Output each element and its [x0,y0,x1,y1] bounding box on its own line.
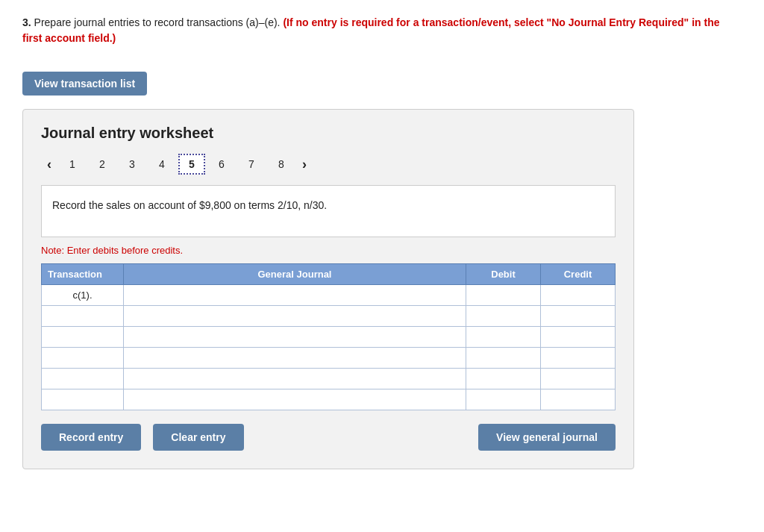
tab-next-arrow[interactable]: › [296,157,313,171]
transaction-description: Record the sales on account of $9,800 on… [41,185,616,237]
tab-7[interactable]: 7 [238,154,265,174]
cell-credit-1[interactable] [541,285,616,306]
record-entry-button[interactable]: Record entry [41,424,141,451]
tab-1[interactable]: 1 [59,154,86,174]
cell-transaction-2 [42,306,124,327]
cell-transaction-1: c(1). [42,285,124,306]
cell-debit-3[interactable] [466,327,541,348]
cell-credit-5[interactable] [541,369,616,389]
col-header-general-journal: General Journal [124,264,466,285]
cell-journal-5[interactable] [124,369,466,389]
tab-3[interactable]: 3 [119,154,145,174]
journal-input-6[interactable] [128,391,461,408]
debit-input-1[interactable] [471,290,536,301]
cell-debit-1[interactable] [466,285,541,306]
credit-input-6[interactable] [545,394,610,405]
col-header-credit: Credit [541,264,616,285]
debit-input-2[interactable] [471,310,536,322]
cell-journal-2[interactable] [124,306,466,327]
credit-input-3[interactable] [545,331,610,342]
action-buttons-row: Record entry Clear entry View general jo… [41,424,616,451]
tab-6[interactable]: 6 [208,154,235,174]
tab-8[interactable]: 8 [268,154,295,174]
table-row [42,327,616,348]
clear-entry-button[interactable]: Clear entry [153,424,243,451]
cell-credit-3[interactable] [541,327,616,348]
cell-debit-4[interactable] [466,348,541,369]
credit-input-2[interactable] [545,310,610,322]
cell-transaction-5 [42,369,124,389]
cell-journal-4[interactable] [124,348,466,369]
table-row [42,348,616,369]
tab-prev-arrow[interactable]: ‹ [41,157,57,171]
tab-5[interactable]: 5 [178,154,205,175]
cell-journal-1[interactable] [124,285,466,306]
cell-journal-3[interactable] [124,327,466,348]
view-general-journal-button[interactable]: View general journal [478,424,616,451]
credit-input-4[interactable] [545,352,610,363]
cell-transaction-4 [42,348,124,369]
view-transaction-list-button[interactable]: View transaction list [22,72,147,96]
note-text: Note: Enter debits before credits. [41,245,616,256]
cell-credit-2[interactable] [541,306,616,327]
question-number: 3. [22,16,31,28]
table-row: c(1). [42,285,616,306]
journal-table: Transaction General Journal Debit Credit… [41,263,616,410]
journal-input-5[interactable] [128,370,461,387]
question-text-normal: Prepare journal entries to record transa… [34,16,284,28]
cell-debit-6[interactable] [466,389,541,410]
tab-2[interactable]: 2 [89,154,116,174]
cell-transaction-6 [42,389,124,410]
journal-input-1[interactable] [128,287,461,304]
cell-journal-6[interactable] [124,389,466,410]
tab-4[interactable]: 4 [148,154,175,174]
debit-input-4[interactable] [471,352,536,363]
cell-credit-6[interactable] [541,389,616,410]
cell-debit-2[interactable] [466,306,541,327]
journal-input-4[interactable] [128,349,461,366]
cell-credit-4[interactable] [541,348,616,369]
table-row [42,306,616,327]
question-section: 3. Prepare journal entries to record tra… [22,15,742,46]
journal-input-3[interactable] [128,328,461,345]
tab-navigation: ‹ 1 2 3 4 5 6 7 8 › [41,154,616,175]
debit-input-6[interactable] [471,394,536,405]
worksheet-container: Journal entry worksheet ‹ 1 2 3 4 5 6 7 … [22,109,634,469]
table-row [42,369,616,389]
journal-input-2[interactable] [128,307,461,325]
credit-input-1[interactable] [545,290,610,301]
worksheet-title: Journal entry worksheet [41,125,616,142]
col-header-transaction: Transaction [42,264,124,285]
debit-input-3[interactable] [471,331,536,342]
debit-input-5[interactable] [471,373,536,384]
col-header-debit: Debit [466,264,541,285]
cell-debit-5[interactable] [466,369,541,389]
credit-input-5[interactable] [545,373,610,384]
cell-transaction-3 [42,327,124,348]
table-row [42,389,616,410]
